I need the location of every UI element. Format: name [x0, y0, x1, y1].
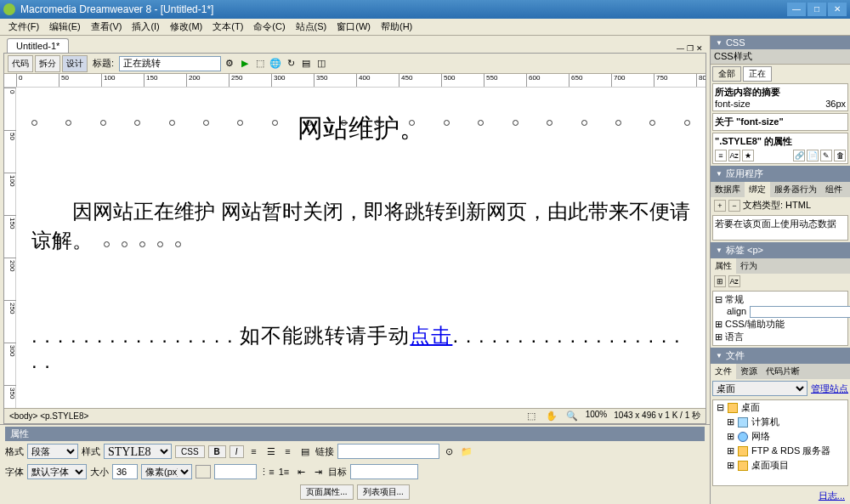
view-options-icon[interactable]: ▤	[299, 57, 313, 71]
plus-icon[interactable]: +	[714, 200, 726, 212]
menu-插入[interactable]: 插入(I)	[127, 19, 164, 35]
manage-sites-link[interactable]: 管理站点	[811, 382, 848, 395]
design-view-button[interactable]: 设计	[62, 55, 88, 72]
outdent-icon[interactable]: ⇤	[294, 465, 308, 479]
minimize-button[interactable]: —	[787, 3, 806, 16]
align-input[interactable]	[750, 306, 850, 318]
doc-restore-icon[interactable]: ❐	[687, 44, 694, 53]
new-rule-icon[interactable]: 📄	[807, 150, 819, 161]
menu-查看[interactable]: 查看(V)	[86, 19, 128, 35]
page-properties-button[interactable]: 页面属性...	[300, 484, 353, 500]
delete-rule-icon[interactable]: 🗑	[834, 150, 846, 161]
ol-icon[interactable]: 1≡	[277, 465, 291, 479]
tag-selector[interactable]: <body> <p.STYLE8>	[9, 411, 88, 421]
code-view-button[interactable]: 代码	[8, 55, 33, 72]
menu-帮助[interactable]: 帮助(H)	[376, 19, 417, 35]
app-tab-3[interactable]: 组件	[821, 182, 847, 197]
preview-icon[interactable]: 🌐	[269, 57, 282, 71]
zoom-value[interactable]: 100%	[586, 410, 608, 423]
tree-items[interactable]: ⊞桌面项目	[713, 458, 847, 473]
app-tab-1[interactable]: 绑定	[745, 182, 770, 197]
maximize-button[interactable]: □	[808, 3, 826, 16]
app-tab-0[interactable]: 数据库	[711, 182, 745, 197]
show-set-icon[interactable]: ★	[742, 150, 754, 161]
font-select[interactable]: 默认字体	[27, 464, 87, 479]
split-view-button[interactable]: 拆分	[35, 55, 60, 72]
doc-close-icon[interactable]: ✕	[696, 44, 703, 53]
show-list-icon[interactable]: Aᴢ	[728, 150, 740, 161]
menu-命令[interactable]: 命令(C)	[248, 19, 290, 35]
design-canvas[interactable]: 网站维护。 因网站正在维护 网站暂时关闭，即将跳转到新网页，由此带来不便请谅解。…	[16, 88, 706, 408]
page-heading[interactable]: 网站维护。	[31, 111, 690, 146]
tag-behaviors-tab[interactable]: 行为	[736, 258, 762, 274]
site-select[interactable]: 桌面	[712, 381, 808, 396]
doc-minimize-icon[interactable]: —	[677, 44, 684, 53]
refresh-icon[interactable]: ↻	[284, 57, 298, 71]
css-styles-tab[interactable]: CSS样式	[711, 49, 850, 65]
page-footer[interactable]: . . . . . . . . . . . . . . . . 如不能跳转请手动…	[31, 322, 690, 373]
validate-icon[interactable]: ⚙	[223, 57, 236, 71]
menu-站点[interactable]: 站点(S)	[291, 19, 332, 35]
log-link[interactable]: 日志...	[819, 490, 845, 501]
italic-button[interactable]: I	[230, 445, 244, 458]
title-input[interactable]	[119, 56, 221, 71]
style-select[interactable]: STYLE8	[104, 444, 172, 459]
window-size[interactable]: 1043 x 496 v 1 K / 1 秒	[614, 410, 700, 423]
color-input[interactable]	[214, 464, 257, 479]
files-tab[interactable]: 文件	[711, 364, 736, 379]
file-mgmt-icon[interactable]: ⬚	[253, 57, 267, 71]
size-input[interactable]	[112, 464, 138, 479]
menu-文件[interactable]: 文件(F)	[3, 19, 44, 35]
tree-ftp[interactable]: ⊞FTP & RDS 服务器	[713, 444, 847, 458]
tag-az-icon[interactable]: Aᴢ	[728, 275, 740, 287]
css-panel-header[interactable]: CSS	[711, 36, 850, 49]
tree-computer[interactable]: ⊞计算机	[713, 415, 847, 429]
point-to-file-icon[interactable]: ⊙	[443, 445, 456, 458]
align-center-icon[interactable]: ☰	[264, 445, 278, 458]
select-tool-icon[interactable]: ⬚	[524, 410, 538, 423]
align-right-icon[interactable]: ≡	[281, 445, 295, 458]
align-justify-icon[interactable]: ▤	[298, 445, 312, 458]
link-input[interactable]	[337, 444, 439, 459]
snippets-tab[interactable]: 代码片断	[762, 364, 804, 379]
properties-header[interactable]: 属性	[10, 428, 29, 440]
edit-rule-icon[interactable]: ✎	[820, 150, 832, 161]
unit-select[interactable]: 像素(px)	[141, 464, 192, 479]
attach-css-icon[interactable]: 🔗	[793, 150, 805, 161]
manual-link[interactable]: 点击	[410, 324, 452, 347]
files-panel-header[interactable]: 文件	[711, 348, 850, 364]
css-current-tab[interactable]: 正在	[743, 66, 772, 82]
css-all-tab[interactable]: 全部	[712, 66, 741, 82]
tag-cat-icon[interactable]: ⊞	[714, 275, 726, 287]
browser-check-icon[interactable]: ▶	[238, 57, 252, 71]
app-panel-header[interactable]: 应用程序	[711, 166, 850, 182]
format-select[interactable]: 段落	[27, 444, 78, 459]
menu-修改[interactable]: 修改(M)	[165, 19, 208, 35]
align-left-icon[interactable]: ≡	[247, 445, 261, 458]
hand-tool-icon[interactable]: ✋	[545, 410, 558, 423]
menu-编辑[interactable]: 编辑(E)	[44, 19, 86, 35]
bold-button[interactable]: B	[208, 445, 226, 458]
close-button[interactable]: ✕	[828, 3, 847, 16]
color-swatch[interactable]	[196, 465, 211, 479]
app-tab-2[interactable]: 服务器行为	[770, 182, 821, 197]
document-tab[interactable]: Untitled-1*	[7, 38, 69, 53]
minus-icon[interactable]: −	[728, 200, 740, 212]
ul-icon[interactable]: ⋮≡	[260, 465, 274, 479]
show-category-icon[interactable]: ≡	[715, 150, 727, 161]
menu-文本[interactable]: 文本(T)	[207, 19, 248, 35]
list-item-button[interactable]: 列表项目...	[357, 484, 410, 500]
tag-attrs-tab[interactable]: 属性	[711, 258, 736, 274]
assets-tab[interactable]: 资源	[736, 364, 762, 379]
target-input[interactable]	[350, 464, 418, 479]
zoom-tool-icon[interactable]: 🔍	[565, 410, 579, 423]
tree-desktop[interactable]: ⊟桌面	[713, 400, 847, 415]
visual-aids-icon[interactable]: ◫	[314, 57, 328, 71]
indent-icon[interactable]: ⇥	[311, 465, 325, 479]
menu-窗口[interactable]: 窗口(W)	[332, 19, 376, 35]
css-button[interactable]: CSS	[175, 445, 205, 458]
tree-network[interactable]: ⊞网络	[713, 429, 847, 444]
browse-folder-icon[interactable]: 📁	[460, 445, 473, 458]
page-paragraph[interactable]: 因网站正在维护 网站暂时关闭，即将跳转到新网页，由此带来不便请谅解。	[31, 197, 690, 254]
tag-panel-header[interactable]: 标签 <p>	[711, 242, 850, 258]
